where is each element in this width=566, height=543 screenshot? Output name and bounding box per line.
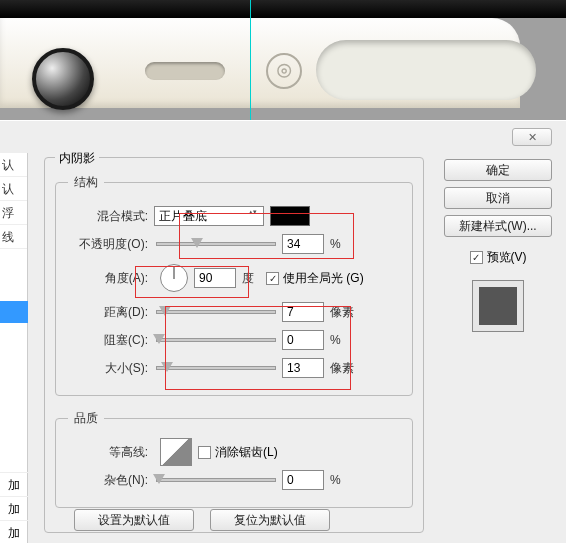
antialias-checkbox[interactable]: [198, 446, 211, 459]
preview-label: 预览(V): [487, 249, 527, 266]
logo-icon: ⦾: [266, 53, 302, 89]
size-unit: 像素: [324, 360, 354, 377]
antialias-label: 消除锯齿(L): [215, 444, 278, 461]
opacity-input[interactable]: 34: [282, 234, 324, 254]
angle-input[interactable]: 90: [194, 268, 236, 288]
distance-input[interactable]: 7: [282, 302, 324, 322]
sidebar-item[interactable]: 认: [0, 177, 27, 201]
close-button[interactable]: ✕: [512, 128, 552, 146]
choke-input[interactable]: 0: [282, 330, 324, 350]
guide-line: [250, 0, 251, 120]
sidebar-item-selected[interactable]: [0, 301, 28, 323]
choke-slider[interactable]: [156, 338, 276, 342]
quality-legend: 品质: [68, 410, 104, 427]
preview-checkbox[interactable]: ✓: [470, 251, 483, 264]
structure-group: 结构 混合模式: 正片叠底 ▴▾ 不透明度(O): 34 % 角度(: [55, 174, 413, 396]
cancel-button[interactable]: 取消: [444, 187, 552, 209]
noise-label: 杂色(N):: [68, 472, 154, 489]
contour-picker[interactable]: [160, 438, 192, 466]
blend-mode-label: 混合模式:: [68, 208, 154, 225]
opacity-slider[interactable]: [156, 242, 276, 246]
angle-dial[interactable]: [160, 264, 188, 292]
blend-mode-select[interactable]: 正片叠底 ▴▾: [154, 206, 264, 226]
choke-unit: %: [324, 333, 341, 347]
style-list-sidebar: 认 认 浮 线 加 加 加: [0, 153, 28, 543]
noise-input[interactable]: 0: [282, 470, 324, 490]
noise-unit: %: [324, 473, 341, 487]
panel-title: 内阴影: [55, 150, 99, 167]
sidebar-item[interactable]: 浮: [0, 201, 27, 225]
reset-default-button[interactable]: 复位为默认值: [210, 509, 330, 531]
size-slider[interactable]: [156, 366, 276, 370]
sidebar-item[interactable]: 加: [0, 472, 28, 496]
sidebar-item[interactable]: 认: [0, 153, 27, 177]
ok-button[interactable]: 确定: [444, 159, 552, 181]
noise-slider[interactable]: [156, 478, 276, 482]
sidebar-item[interactable]: 线: [0, 225, 27, 249]
size-input[interactable]: 13: [282, 358, 324, 378]
new-style-button[interactable]: 新建样式(W)...: [444, 215, 552, 237]
distance-slider[interactable]: [156, 310, 276, 314]
choke-label: 阻塞(C):: [68, 332, 154, 349]
preview-swatch: [472, 280, 524, 332]
design-preview-area: ⦾: [0, 0, 566, 120]
sidebar-item[interactable]: 加: [0, 496, 28, 520]
quality-group: 品质 等高线: 消除锯齿(L) 杂色(N): 0 %: [55, 410, 413, 508]
layer-style-dialog: ✕ 认 认 浮 线 加 加 加 内阴影 结构 混合模式: 正片叠底 ▴▾: [0, 120, 566, 543]
angle-label: 角度(A):: [68, 270, 154, 287]
select-arrows-icon: ▴▾: [249, 208, 261, 215]
contour-label: 等高线:: [68, 444, 154, 461]
sidebar-item[interactable]: 加: [0, 520, 28, 543]
structure-legend: 结构: [68, 174, 104, 191]
size-label: 大小(S):: [68, 360, 154, 377]
opacity-label: 不透明度(O):: [68, 236, 154, 253]
distance-label: 距离(D):: [68, 304, 154, 321]
knob-graphic: [32, 48, 94, 110]
set-default-button[interactable]: 设置为默认值: [74, 509, 194, 531]
angle-unit: 度: [236, 270, 254, 287]
global-light-label: 使用全局光 (G): [283, 270, 364, 287]
opacity-unit: %: [324, 237, 341, 251]
shadow-color-swatch[interactable]: [270, 206, 310, 226]
global-light-checkbox[interactable]: ✓: [266, 272, 279, 285]
distance-unit: 像素: [324, 304, 354, 321]
